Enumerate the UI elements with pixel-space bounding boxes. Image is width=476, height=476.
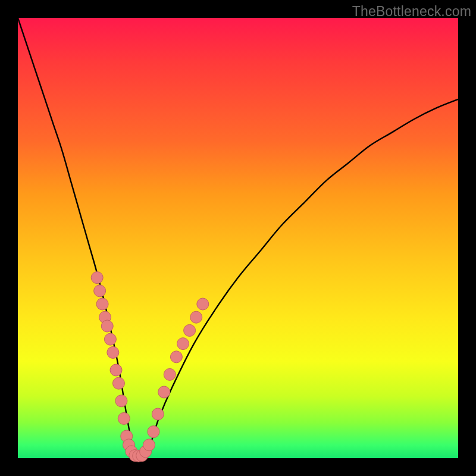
data-marker — [96, 298, 108, 310]
data-marker — [184, 324, 196, 336]
data-markers — [91, 272, 209, 462]
data-marker — [143, 439, 155, 451]
chart-stage: TheBottleneck.com — [0, 0, 476, 476]
data-marker — [91, 272, 103, 284]
data-marker — [164, 368, 176, 380]
data-marker — [115, 395, 127, 407]
data-marker — [112, 377, 124, 389]
data-marker — [110, 364, 122, 376]
data-marker — [152, 408, 164, 420]
data-marker — [197, 298, 209, 310]
chart-svg — [18, 18, 458, 458]
data-marker — [170, 351, 182, 363]
data-marker — [101, 320, 113, 332]
data-marker — [118, 412, 130, 424]
bottleneck-curve — [18, 18, 458, 460]
data-marker — [148, 426, 159, 438]
watermark-text: TheBottleneck.com — [352, 4, 471, 20]
data-marker — [107, 346, 119, 358]
data-marker — [190, 311, 202, 323]
data-marker — [94, 285, 106, 297]
data-marker — [104, 333, 116, 345]
data-marker — [177, 338, 189, 350]
data-marker — [158, 386, 170, 398]
plot-area — [18, 18, 458, 458]
